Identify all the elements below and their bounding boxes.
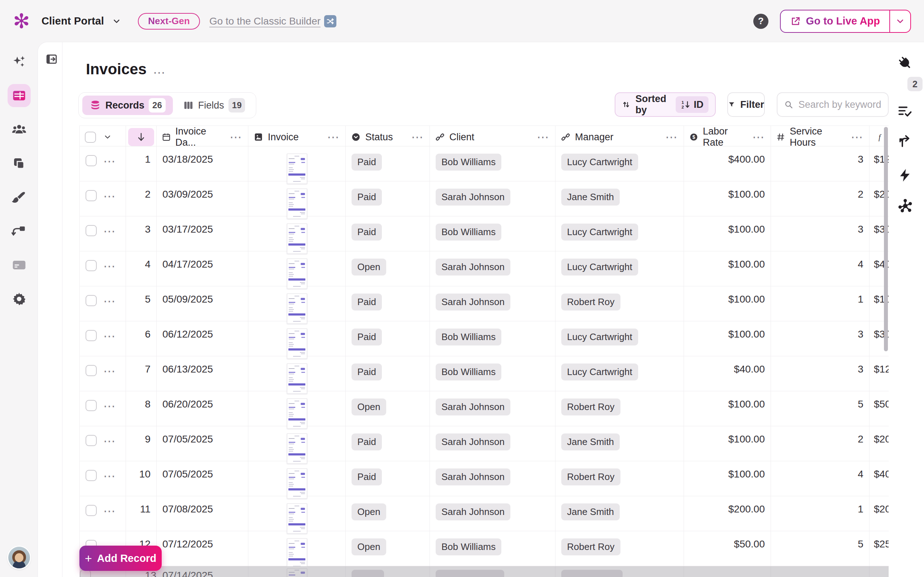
- column-menu-button[interactable]: ⋯: [327, 131, 340, 143]
- row-checkbox[interactable]: [86, 330, 97, 341]
- header-id-sorted[interactable]: [126, 126, 157, 148]
- classic-builder-link[interactable]: Go to the Classic Builder: [209, 15, 336, 27]
- row-checkbox[interactable]: [86, 225, 97, 236]
- help-button[interactable]: ?: [753, 14, 769, 29]
- sorted-by-button[interactable]: Sorted by 12 ID: [615, 92, 716, 117]
- status-badge: Paid: [352, 189, 382, 206]
- table-row[interactable]: ⋯ 4 04/17/2025 Open Sarah Johnson Lucy C…: [80, 251, 888, 286]
- cell-invoice-date: 03/09/2025: [157, 181, 248, 219]
- sidebar-item-flows[interactable]: [8, 220, 31, 243]
- invoice-thumbnail[interactable]: [287, 224, 307, 254]
- sidebar-item-ai[interactable]: [8, 50, 31, 73]
- row-menu-button[interactable]: ⋯: [103, 190, 116, 202]
- row-menu-button[interactable]: ⋯: [103, 330, 116, 342]
- table-row[interactable]: ⋯ 1 03/18/2025 Paid Bob Williams Lucy Ca…: [80, 147, 888, 181]
- column-menu-button[interactable]: ⋯: [229, 131, 243, 143]
- sidebar-item-connections[interactable]: [897, 133, 913, 148]
- sidebar-item-settings[interactable]: [8, 287, 31, 311]
- table-row[interactable]: ⋯ 11 07/08/2025 Open Sarah Johnson Jane …: [80, 496, 888, 531]
- column-menu-button[interactable]: ⋯: [851, 131, 864, 143]
- invoice-thumbnail[interactable]: [287, 538, 307, 569]
- table-row[interactable]: ⋯ 3 03/17/2025 Paid Bob Williams Lucy Ca…: [80, 216, 888, 251]
- table-row[interactable]: ⋯ 7 06/13/2025 Paid Bob Williams Lucy Ca…: [80, 356, 888, 391]
- sidebar-item-users[interactable]: [8, 118, 31, 141]
- invoice-thumbnail[interactable]: [287, 259, 307, 289]
- row-menu-button[interactable]: ⋯: [103, 295, 116, 307]
- sidebar-item-integrations[interactable]: [897, 55, 913, 71]
- row-menu-button[interactable]: ⋯: [103, 505, 116, 517]
- invoice-thumbnail[interactable]: [287, 469, 307, 499]
- row-checkbox[interactable]: [86, 295, 97, 306]
- add-record-button[interactable]: + Add Record: [79, 546, 162, 571]
- search-input[interactable]: [798, 99, 881, 110]
- row-menu-button[interactable]: ⋯: [103, 365, 116, 377]
- table-row[interactable]: ⋯ 8 06/20/2025 Open Sarah Johnson Robert…: [80, 391, 888, 426]
- app-name[interactable]: Client Portal: [42, 15, 104, 27]
- table-row[interactable]: ⋯ 6 06/12/2025 Paid Bob Williams Lucy Ca…: [80, 321, 888, 356]
- table-row[interactable]: ⋯ 12 07/12/2025 Open Bob Williams Robert…: [80, 531, 888, 566]
- column-menu-button[interactable]: ⋯: [665, 131, 678, 143]
- row-checkbox[interactable]: [86, 400, 97, 411]
- row-checkbox[interactable]: [86, 505, 97, 516]
- header-service-hours[interactable]: Service Hours ⋯: [771, 126, 869, 148]
- sidebar-item-billing[interactable]: [8, 253, 31, 277]
- row-menu-button[interactable]: ⋯: [103, 260, 116, 272]
- row-checkbox[interactable]: [86, 365, 97, 376]
- table-row-partial[interactable]: 13 07/14/2025: [80, 566, 888, 577]
- header-invoice[interactable]: Invoice ⋯: [248, 126, 346, 148]
- row-checkbox[interactable]: [86, 190, 97, 201]
- sidebar-item-theme[interactable]: [8, 186, 31, 209]
- row-checkbox[interactable]: [86, 260, 97, 271]
- search-box[interactable]: [777, 92, 888, 117]
- invoice-thumbnail[interactable]: [287, 503, 307, 534]
- column-menu-button[interactable]: ⋯: [752, 131, 766, 143]
- row-menu-button[interactable]: ⋯: [103, 435, 116, 447]
- column-menu-button[interactable]: ⋯: [411, 131, 425, 143]
- sidebar-item-pages[interactable]: [8, 152, 31, 175]
- go-to-live-app-button[interactable]: Go to Live App: [781, 10, 889, 32]
- row-menu-button[interactable]: ⋯: [103, 400, 116, 412]
- table-row[interactable]: ⋯ 5 05/09/2025 Paid Sarah Johnson Robert…: [80, 286, 888, 321]
- invoice-thumbnail[interactable]: [287, 189, 307, 219]
- tab-fields[interactable]: Fields 19: [176, 95, 253, 115]
- live-app-dropdown-button[interactable]: [890, 10, 910, 32]
- row-menu-button[interactable]: ⋯: [103, 155, 116, 167]
- invoice-thumbnail[interactable]: [287, 154, 307, 184]
- sidebar-item-automations[interactable]: [897, 168, 913, 183]
- select-all-checkbox[interactable]: [85, 132, 96, 143]
- chevron-down-icon[interactable]: [112, 16, 121, 26]
- header-client[interactable]: Client ⋯: [430, 126, 556, 148]
- sidebar-item-tasks[interactable]: [897, 103, 913, 119]
- table-row[interactable]: ⋯ 9 07/05/2025 Paid Sarah Johnson Jane S…: [80, 426, 888, 461]
- invoice-thumbnail[interactable]: [287, 434, 307, 464]
- header-labor-rate[interactable]: $ Labor Rate ⋯: [684, 126, 771, 148]
- go-to-live-app-split-button: Go to Live App: [780, 10, 911, 33]
- invoice-thumbnail[interactable]: [287, 364, 307, 394]
- column-menu-button[interactable]: ⋯: [537, 131, 550, 143]
- filter-button[interactable]: Filter: [727, 92, 765, 117]
- header-status[interactable]: Status ⋯: [346, 126, 430, 148]
- cell-invoice-date: 04/17/2025: [157, 251, 248, 289]
- table-row[interactable]: ⋯ 10 07/05/2025 Paid Sarah Johnson Rober…: [80, 461, 888, 496]
- header-invoice-date[interactable]: Invoice Da... ⋯: [157, 126, 248, 148]
- chevron-down-icon[interactable]: [103, 133, 112, 141]
- row-id: 7: [126, 356, 157, 394]
- sidebar-item-network[interactable]: [897, 198, 913, 214]
- header-manager[interactable]: Manager ⋯: [556, 126, 684, 148]
- invoice-thumbnail[interactable]: [287, 293, 307, 324]
- invoice-thumbnail[interactable]: [287, 329, 307, 359]
- row-checkbox[interactable]: [86, 470, 97, 481]
- user-avatar[interactable]: [8, 547, 30, 568]
- row-checkbox[interactable]: [86, 155, 97, 166]
- invoice-thumbnail[interactable]: [287, 398, 307, 429]
- table-row[interactable]: ⋯ 2 03/09/2025 Paid Sarah Johnson Jane S…: [80, 181, 888, 216]
- open-panel-button[interactable]: [45, 53, 58, 66]
- row-menu-button[interactable]: ⋯: [103, 225, 116, 237]
- tab-records[interactable]: Records 26: [82, 95, 173, 115]
- row-checkbox[interactable]: [86, 435, 97, 446]
- vertical-scrollbar[interactable]: [884, 127, 888, 351]
- sidebar-item-data[interactable]: [8, 84, 31, 107]
- page-menu-button[interactable]: ⋯: [153, 66, 166, 79]
- cell-labor-cost: $40: [869, 461, 888, 499]
- row-menu-button[interactable]: ⋯: [103, 470, 116, 482]
